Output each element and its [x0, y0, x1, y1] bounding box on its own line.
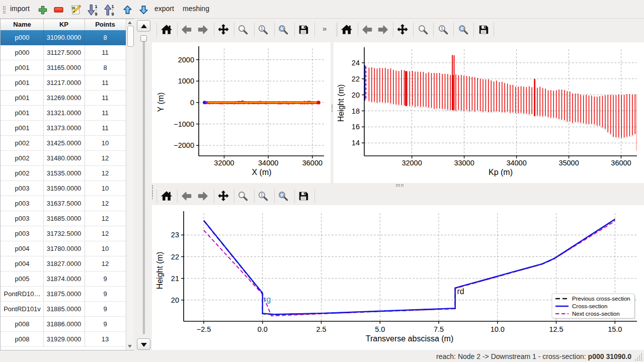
svg-text:22: 22: [352, 75, 360, 83]
svg-text:X (m): X (m): [252, 168, 271, 176]
svg-text:18: 18: [352, 107, 360, 115]
svg-text:21: 21: [171, 275, 179, 283]
svg-text:Height (m): Height (m): [337, 84, 345, 122]
svg-text:10.0: 10.0: [491, 325, 505, 333]
svg-text:24: 24: [352, 59, 360, 67]
svg-text:33000: 33000: [454, 159, 474, 167]
svg-text:20: 20: [352, 91, 360, 99]
svg-text:34000: 34000: [258, 159, 278, 167]
svg-text:2.5: 2.5: [316, 325, 326, 333]
svg-text:36000: 36000: [611, 159, 631, 167]
svg-text:16: 16: [352, 123, 360, 131]
svg-text:7.5: 7.5: [434, 325, 444, 333]
svg-text:34000: 34000: [506, 159, 526, 167]
svg-text:9: 9: [111, 12, 114, 16]
svg-text:−1000: −1000: [174, 120, 194, 128]
svg-text:1: 1: [261, 26, 263, 31]
svg-text:Kp (m): Kp (m): [489, 168, 513, 176]
svg-text:rg: rg: [264, 295, 271, 304]
svg-text:2000: 2000: [178, 56, 194, 64]
svg-text:12.5: 12.5: [549, 325, 563, 333]
svg-text:1: 1: [95, 4, 97, 9]
svg-text:rd: rd: [457, 287, 464, 296]
svg-text:22: 22: [171, 253, 179, 261]
svg-text:Cross-section: Cross-section: [572, 303, 607, 309]
svg-text:1: 1: [441, 26, 443, 31]
svg-text:32000: 32000: [401, 159, 422, 167]
svg-text:Next cross-section: Next cross-section: [572, 311, 620, 317]
svg-text:1: 1: [111, 4, 114, 9]
svg-text:−2.5: −2.5: [197, 325, 211, 333]
svg-text:5.0: 5.0: [375, 325, 385, 333]
svg-text:Height (m): Height (m): [155, 252, 164, 290]
svg-text:Y (m): Y (m): [156, 93, 165, 112]
svg-text:15.0: 15.0: [608, 325, 622, 333]
svg-text:23: 23: [171, 231, 179, 239]
svg-text:0.0: 0.0: [258, 325, 268, 333]
svg-text:Transverse abscissa (m): Transverse abscissa (m): [366, 334, 454, 343]
svg-text:20: 20: [171, 296, 179, 304]
svg-text:0: 0: [190, 99, 194, 107]
svg-text:9: 9: [95, 12, 97, 16]
svg-text:35000: 35000: [558, 159, 579, 167]
svg-text:1: 1: [261, 193, 263, 198]
svg-text:1000: 1000: [178, 77, 194, 85]
svg-text:Previous cross-section: Previous cross-section: [572, 296, 630, 302]
svg-text:−2000: −2000: [174, 141, 194, 149]
svg-text:36000: 36000: [302, 159, 323, 167]
svg-text:32000: 32000: [214, 159, 234, 167]
svg-text:14: 14: [352, 139, 360, 147]
